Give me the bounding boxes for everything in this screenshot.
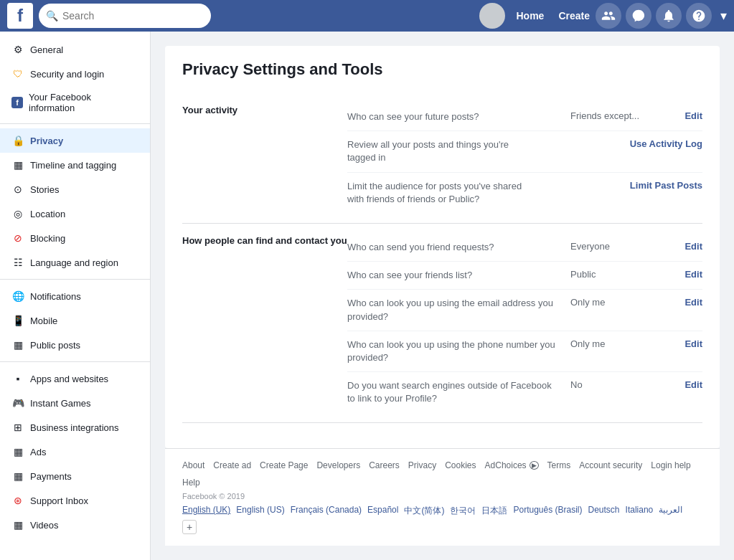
footer-link-terms[interactable]: Terms	[547, 460, 571, 470]
sidebar-item-facebook-info[interactable]: f Your Facebook information	[0, 86, 150, 119]
find-action-1[interactable]: Edit	[659, 269, 702, 280]
find-question-0: Who can send you friend requests?	[347, 241, 559, 254]
sidebar-divider-2	[0, 279, 150, 280]
sidebar-item-general[interactable]: ⚙ General	[0, 37, 150, 62]
footer-lang-es[interactable]: Español	[367, 505, 398, 517]
footer-link-careers[interactable]: Careers	[369, 460, 400, 470]
people-icon-btn[interactable]	[596, 3, 621, 29]
find-question-4: Do you want search engines outside of Fa…	[347, 379, 559, 405]
avatar[interactable]	[479, 3, 505, 29]
sidebar-label-ads: Ads	[30, 447, 46, 457]
search-icon: 🔍	[46, 10, 58, 22]
sidebar-item-apps[interactable]: ▪ Apps and websites	[0, 366, 150, 391]
find-question-1: Who can see your friends list?	[347, 269, 559, 282]
videos-icon: ▦	[11, 518, 24, 531]
sidebar-item-notifications[interactable]: 🌐 Notifications	[0, 284, 150, 308]
find-block-4: Do you want search engines outside of Fa…	[347, 372, 702, 412]
section-find-contact: How people can find and contact you Who …	[182, 224, 702, 424]
section-header-activity: Your activity	[182, 103, 347, 115]
sidebar-label-business: Business integrations	[30, 422, 119, 433]
sidebar-item-timeline[interactable]: ▦ Timeline and tagging	[0, 153, 150, 177]
find-action-0[interactable]: Edit	[659, 241, 702, 252]
sidebar-divider-1	[0, 123, 150, 124]
footer-lang-pt-br[interactable]: Português (Brasil)	[513, 505, 582, 517]
section-body-find: Who can send you friend requests? Everyo…	[347, 234, 702, 413]
add-language-button[interactable]: +	[182, 520, 197, 534]
footer-link-privacy[interactable]: Privacy	[408, 460, 436, 470]
facebook-logo[interactable]: f	[7, 3, 33, 29]
main-content: Privacy Settings and Tools Your activity…	[151, 32, 734, 560]
footer-link-about[interactable]: About	[182, 460, 204, 470]
home-link[interactable]: Home	[517, 10, 545, 22]
sidebar-item-ads[interactable]: ▦ Ads	[0, 440, 150, 464]
find-block-3: Who can look you up using the phone numb…	[347, 331, 702, 372]
blocking-icon: ⊘	[11, 232, 24, 245]
footer-lang-en-uk[interactable]: English (UK)	[182, 505, 230, 517]
sidebar-label-apps: Apps and websites	[30, 374, 108, 384]
find-action-3[interactable]: Edit	[659, 338, 702, 349]
footer-lang-it[interactable]: Italiano	[626, 505, 654, 517]
activity-question-1: Review all your posts and things you're …	[347, 138, 530, 164]
sidebar-label-instant-games: Instant Games	[30, 398, 91, 409]
activity-question-0: Who can see your future posts?	[347, 110, 559, 123]
activity-block-2: Limit the audience for posts you've shar…	[347, 173, 702, 213]
sidebar-item-instant-games[interactable]: 🎮 Instant Games	[0, 391, 150, 415]
footer-link-login-help[interactable]: Login help	[651, 460, 690, 470]
sidebar-item-public-posts[interactable]: ▦ Public posts	[0, 333, 150, 357]
footer-lang-zh[interactable]: 中文(简体)	[404, 505, 444, 517]
activity-block-0: Who can see your future posts? Friends e…	[347, 103, 702, 131]
footer-link-account-security[interactable]: Account security	[579, 460, 642, 470]
content-box: Privacy Settings and Tools Your activity…	[165, 46, 720, 448]
footer-link-developers[interactable]: Developers	[316, 460, 360, 470]
sidebar-label-facebook-info: Your Facebook information	[29, 92, 138, 113]
section-your-activity: Your activity Who can see your future po…	[182, 93, 702, 224]
sidebar-label-blocking: Blocking	[30, 233, 65, 244]
sidebar-item-location[interactable]: ◎ Location	[0, 201, 150, 226]
notifications-icon-btn[interactable]	[656, 3, 682, 29]
section-row-find: How people can find and contact you Who …	[182, 224, 702, 424]
fb-icon: f	[11, 97, 23, 108]
footer-link-create-ad[interactable]: Create ad	[213, 460, 251, 470]
footer-link-adchoices[interactable]: AdChoices▶	[485, 460, 539, 470]
find-action-4[interactable]: Edit	[659, 379, 702, 390]
search-input[interactable]	[62, 10, 204, 22]
activity-action-2[interactable]: Limit Past Posts	[630, 180, 702, 191]
footer-lang-fr-ca[interactable]: Français (Canada)	[291, 505, 362, 517]
footer-lang-ja[interactable]: 日本語	[481, 505, 507, 517]
lock-icon: 🔒	[11, 134, 24, 147]
sidebar-item-mobile[interactable]: 📱 Mobile	[0, 308, 150, 333]
sidebar-item-videos[interactable]: ▦ Videos	[0, 513, 150, 537]
sidebar-item-privacy[interactable]: 🔒 Privacy	[0, 128, 150, 153]
footer-lang-ko[interactable]: 한국어	[450, 505, 476, 517]
messenger-icon-btn[interactable]	[626, 3, 651, 29]
find-action-2[interactable]: Edit	[659, 297, 702, 308]
footer-copyright: Facebook © 2019	[182, 492, 702, 500]
footer-links: About Create ad Create Page Developers C…	[182, 460, 702, 470]
sidebar-label-notifications: Notifications	[30, 291, 81, 302]
footer-link-create-page[interactable]: Create Page	[260, 460, 308, 470]
sidebar-item-support[interactable]: ⊛ Support Inbox	[0, 488, 150, 513]
footer-link-cookies[interactable]: Cookies	[445, 460, 476, 470]
sidebar-item-business[interactable]: ⊞ Business integrations	[0, 415, 150, 440]
search-bar[interactable]: 🔍	[39, 4, 211, 28]
sidebar-item-security[interactable]: 🛡 Security and login	[0, 62, 150, 86]
activity-action-0[interactable]: Edit	[659, 110, 702, 121]
footer-lang-de[interactable]: Deutsch	[588, 505, 620, 517]
nav-dropdown-icon[interactable]: ▾	[720, 8, 727, 24]
activity-action-1[interactable]: Use Activity Log	[630, 138, 702, 149]
help-icon-btn[interactable]	[686, 3, 712, 29]
find-block-1: Who can see your friends list? Public Ed…	[347, 262, 702, 290]
footer-lang-ar[interactable]: العربية	[659, 505, 682, 517]
footer-link-help[interactable]: Help	[182, 478, 200, 488]
sidebar-label-timeline: Timeline and tagging	[30, 160, 116, 171]
find-question-3: Who can look you up using the phone numb…	[347, 338, 559, 364]
sidebar-item-language[interactable]: ☷ Language and region	[0, 250, 150, 275]
sidebar-item-stories[interactable]: ⊙ Stories	[0, 177, 150, 201]
sidebar-item-payments[interactable]: ▦ Payments	[0, 464, 150, 488]
sidebar-label-videos: Videos	[30, 520, 59, 531]
location-icon: ◎	[11, 207, 24, 220]
create-link[interactable]: Create	[558, 10, 590, 22]
section-row-activity: Your activity Who can see your future po…	[182, 93, 702, 224]
sidebar-item-blocking[interactable]: ⊘ Blocking	[0, 226, 150, 250]
footer-lang-en-us[interactable]: English (US)	[236, 505, 284, 517]
